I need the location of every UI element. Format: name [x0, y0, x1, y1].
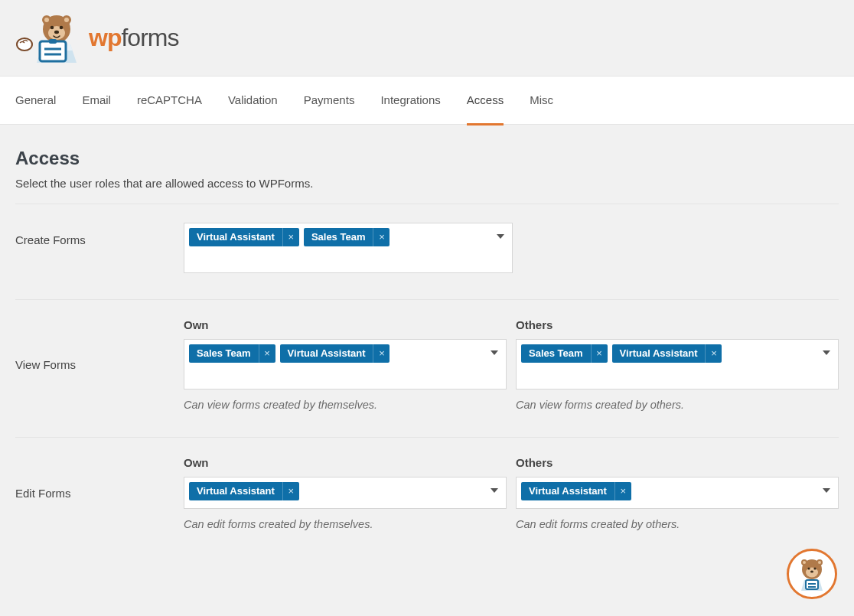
tab-misc[interactable]: Misc	[530, 76, 553, 125]
tag-label: Virtual Assistant	[189, 228, 282, 246]
tab-integrations[interactable]: Integrations	[380, 76, 440, 125]
page-title: Access	[15, 148, 839, 169]
tag: Virtual Assistant ×	[189, 482, 299, 500]
edit-others-select[interactable]: Virtual Assistant ×	[516, 477, 839, 509]
edit-own-heading: Own	[184, 456, 507, 469]
section-label-edit: Edit Forms	[15, 456, 184, 530]
tag-remove-icon[interactable]: ×	[259, 344, 275, 363]
view-others-select[interactable]: Sales Team × Virtual Assistant ×	[516, 339, 839, 389]
create-forms-select[interactable]: Virtual Assistant × Sales Team ×	[184, 223, 513, 273]
settings-tabs: General Email reCAPTCHA Validation Payme…	[0, 76, 854, 125]
logo-text-forms: forms	[121, 24, 178, 51]
chevron-down-icon[interactable]	[491, 350, 498, 355]
content: Access Select the user roles that are al…	[0, 125, 854, 556]
tab-recaptcha[interactable]: reCAPTCHA	[137, 76, 202, 125]
view-others-helper: Can view forms created by others.	[516, 399, 839, 411]
svg-point-21	[813, 567, 816, 569]
tag-remove-icon[interactable]: ×	[373, 228, 390, 246]
logo-text: wpforms	[89, 24, 178, 52]
mascot-icon	[795, 557, 829, 591]
tag-label: Sales Team	[189, 344, 259, 363]
edit-others-heading: Others	[516, 456, 839, 469]
tag: Sales Team ×	[521, 344, 608, 363]
tab-payments[interactable]: Payments	[304, 76, 355, 125]
svg-point-4	[44, 18, 49, 22]
tag-label: Virtual Assistant	[280, 344, 373, 363]
svg-point-17	[803, 561, 806, 564]
svg-point-8	[60, 25, 64, 29]
view-own-helper: Can view forms created by themselves.	[184, 399, 507, 411]
svg-rect-11	[49, 39, 57, 44]
section-label-create: Create Forms	[15, 223, 184, 273]
section-edit-forms: Edit Forms Own Virtual Assistant × Can e…	[15, 437, 839, 556]
svg-point-7	[51, 25, 54, 29]
tag-label: Virtual Assistant	[612, 344, 706, 363]
svg-rect-10	[40, 41, 66, 61]
logo-text-wp: wp	[89, 24, 121, 51]
svg-point-18	[818, 561, 821, 564]
tag-remove-icon[interactable]: ×	[591, 344, 608, 363]
tag: Sales Team ×	[304, 228, 390, 246]
tag-remove-icon[interactable]: ×	[373, 344, 390, 363]
section-view-forms: View Forms Own Sales Team × Virtual Assi…	[15, 299, 839, 437]
help-button[interactable]	[787, 549, 837, 599]
tab-email[interactable]: Email	[82, 76, 111, 125]
view-own-heading: Own	[184, 318, 507, 331]
tag-label: Virtual Assistant	[521, 482, 614, 500]
edit-others-helper: Can edit forms created by others.	[516, 518, 839, 530]
view-others-heading: Others	[516, 318, 839, 331]
tag-remove-icon[interactable]: ×	[705, 344, 722, 363]
chevron-down-icon[interactable]	[491, 488, 498, 493]
edit-own-helper: Can edit forms created by themselves.	[184, 518, 507, 530]
section-label-view: View Forms	[15, 318, 184, 411]
svg-point-9	[54, 30, 59, 33]
tag-remove-icon[interactable]: ×	[282, 482, 299, 500]
tag-remove-icon[interactable]: ×	[282, 228, 299, 246]
section-create-forms: Create Forms Virtual Assistant × Sales T…	[15, 204, 839, 299]
svg-point-5	[64, 18, 69, 22]
header-band: wpforms	[0, 0, 854, 76]
wpforms-logo: wpforms	[15, 14, 178, 63]
view-own-select[interactable]: Sales Team × Virtual Assistant ×	[184, 339, 507, 389]
tag: Virtual Assistant ×	[612, 344, 722, 363]
page-subtitle: Select the user roles that are allowed a…	[15, 177, 839, 190]
tag-label: Sales Team	[304, 228, 373, 246]
tag: Virtual Assistant ×	[189, 228, 299, 246]
chevron-down-icon[interactable]	[823, 350, 830, 355]
tag-label: Sales Team	[521, 344, 591, 363]
tag-remove-icon[interactable]: ×	[614, 482, 631, 500]
tag: Sales Team ×	[189, 344, 275, 363]
svg-point-22	[810, 571, 813, 573]
tag: Virtual Assistant ×	[521, 482, 631, 500]
svg-point-20	[807, 567, 810, 569]
tag: Virtual Assistant ×	[280, 344, 390, 363]
tab-general[interactable]: General	[15, 76, 56, 125]
edit-own-select[interactable]: Virtual Assistant ×	[184, 477, 507, 509]
chevron-down-icon[interactable]	[497, 234, 504, 239]
tab-validation[interactable]: Validation	[228, 76, 278, 125]
logo-mascot-icon	[15, 14, 81, 63]
tab-access[interactable]: Access	[467, 76, 504, 125]
tag-label: Virtual Assistant	[189, 482, 282, 500]
chevron-down-icon[interactable]	[823, 488, 830, 493]
